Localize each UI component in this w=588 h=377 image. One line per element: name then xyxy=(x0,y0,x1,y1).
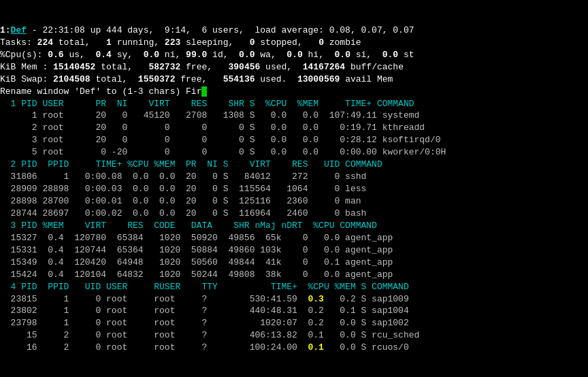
line-p3r3: 15349 0.4 120420 64948 1020 50560 49844 … xyxy=(0,257,588,269)
line-p1r4: 5 root 0 -20 0 0 0 S 0.0 0.0 0:00.00 kwo… xyxy=(0,146,588,159)
terminal: 1:Def - 22:31:08 up 444 days, 9:14, 6 us… xyxy=(0,0,588,366)
line-swap: KiB Swap: 2104508 total, 1550372 free, 5… xyxy=(0,73,588,86)
line-p4r3: 23798 1 0 root root ? 1020:07 0.2 0.0 S … xyxy=(0,317,588,329)
line-rename: Rename window 'Def' to (1-3 chars) Fir xyxy=(0,86,588,98)
line-p2r3: 28898 28700 0:00.01 0.0 0.0 20 0 S 12511… xyxy=(0,195,588,208)
line-p3r2: 15331 0.4 120744 65364 1020 50884 49860 … xyxy=(0,244,588,257)
line-p3r1: 15327 0.4 120780 65384 1020 50920 49856 … xyxy=(0,232,588,244)
line-tasks: Tasks: 224 total, 1 running, 223 sleepin… xyxy=(0,37,588,49)
line-header4: 4 PID PPID UID USER RUSER TTY TIME+ %CPU… xyxy=(0,281,588,293)
line-p4r1: 23815 1 0 root root ? 530:41.59 0.3 0.2 … xyxy=(0,293,588,306)
line-p4r5: 16 2 0 root root ? 100:24.00 0.1 0.0 S r… xyxy=(0,342,588,354)
line-cpu: %Cpu(s): 0.6 us, 0.4 sy, 0.0 ni, 99.0 id… xyxy=(0,49,588,61)
line-p1r1: 1 root 20 0 45120 2708 1308 S 0.0 0.0 10… xyxy=(0,110,588,122)
line-header2: 2 PID PPID TIME+ %CPU %MEM PR NI S VIRT … xyxy=(0,159,588,171)
line-mem: KiB Mem : 15140452 total, 582732 free, 3… xyxy=(0,61,588,73)
line-p3r4: 15424 0.4 120104 64832 1020 50244 49808 … xyxy=(0,269,588,281)
line-p4r2: 23802 1 0 root root ? 440:48.31 0.2 0.1 … xyxy=(0,305,588,317)
line-p2r4: 28744 28697 0:00.02 0.0 0.0 20 0 S 11696… xyxy=(0,208,588,220)
line-p2r1: 31806 1 0:00.08 0.0 0.0 20 0 S 84012 272… xyxy=(0,171,588,183)
line-p1r3: 3 root 20 0 0 0 0 S 0.0 0.0 0:28.12 ksof… xyxy=(0,134,588,146)
line-header1: 1 PID USER PR NI VIRT RES SHR S %CPU %ME… xyxy=(0,98,588,110)
line-p4r4: 15 2 0 root root ? 406:13.82 0.1 0.0 S r… xyxy=(0,329,588,342)
line-p1r2: 2 root 20 0 0 0 0 S 0.0 0.0 0:19.71 kthr… xyxy=(0,122,588,134)
line-p2r2: 28909 28898 0:00.03 0.0 0.0 20 0 S 11556… xyxy=(0,183,588,195)
line-uptime: 1:Def - 22:31:08 up 444 days, 9:14, 6 us… xyxy=(0,24,588,37)
line-header3: 3 PID %MEM VIRT RES CODE DATA SHR nMaj n… xyxy=(0,220,588,232)
